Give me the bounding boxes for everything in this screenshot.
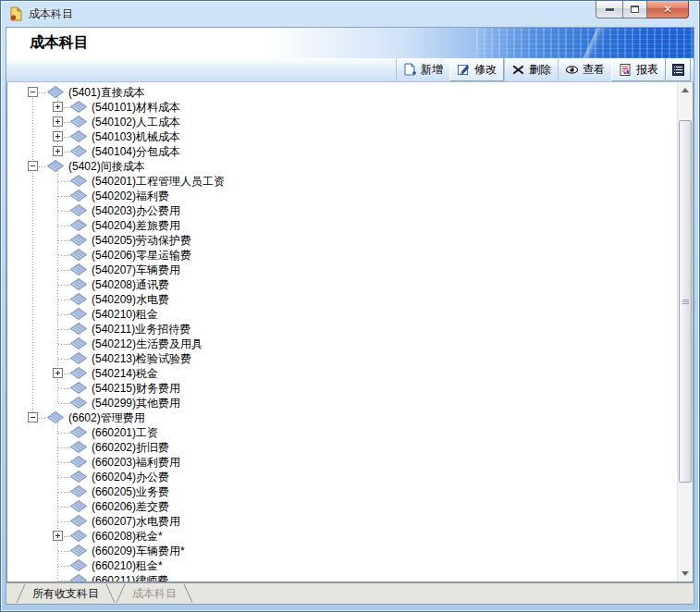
delete-icon (511, 63, 525, 77)
tree-item[interactable]: (6602)管理费用 (7, 410, 677, 425)
account-node-icon (70, 471, 87, 483)
tab-all-accounts[interactable]: 所有收支科目 (16, 583, 116, 604)
tree-expand-toggle[interactable] (53, 116, 63, 127)
tree-item-label: (660201)工资 (92, 425, 158, 440)
tree-expand-toggle[interactable] (53, 131, 63, 141)
tree-item-label: (660209)车辆费用* (92, 544, 185, 558)
tree-expand-toggle[interactable] (53, 368, 63, 378)
tree-expand-toggle[interactable] (28, 87, 38, 97)
tree-connector (58, 359, 70, 360)
tree-expand-toggle[interactable] (53, 146, 63, 156)
window-controls: ✕ (596, 1, 689, 18)
account-node-icon (70, 530, 87, 542)
tree-item[interactable]: (540212)生活费及用具 (7, 337, 677, 351)
tree-item[interactable]: (660207)水电费用 (7, 514, 677, 529)
account-node-icon (47, 86, 64, 98)
tree-item-label: (5401)直接成本 (68, 85, 145, 100)
tree-connector (58, 551, 70, 552)
tree-item-label: (540207)车辆费用 (92, 263, 180, 277)
tree-item[interactable]: (540211)业务招待费 (7, 322, 677, 337)
account-node-icon (70, 278, 87, 290)
app-window: 成本科目 ✕ 成本科目 新增 (0, 0, 700, 612)
report-button[interactable]: 报表 (611, 58, 666, 81)
account-node-icon (70, 190, 87, 202)
tree-item[interactable]: (540201)工程管理人员工资 (7, 174, 677, 189)
account-node-icon (70, 456, 87, 468)
tree-item[interactable]: (540202)福利费 (7, 189, 677, 203)
tree-item[interactable]: (540206)零星运输费 (7, 248, 677, 263)
tree-expand-toggle[interactable] (28, 161, 38, 171)
account-node-icon (70, 116, 87, 128)
edit-button[interactable]: 修改 (449, 58, 504, 81)
tree-item[interactable]: (540101)材料成本 (7, 100, 677, 115)
tree-item-label: (660208)税金* (92, 529, 163, 544)
account-node-icon (70, 545, 87, 557)
tree-item-label: (660207)水电费用 (92, 514, 180, 529)
account-node-icon (70, 145, 87, 157)
tree-item-label: (540102)人工成本 (92, 115, 180, 129)
account-node-icon (70, 130, 87, 142)
tree-item[interactable]: (5402)间接成本 (7, 159, 677, 174)
tree-item[interactable]: (540102)人工成本 (7, 115, 677, 129)
scroll-up-button[interactable] (678, 82, 693, 98)
maximize-icon (631, 6, 639, 13)
list-view-button[interactable] (666, 58, 691, 81)
tree-item[interactable]: (5401)直接成本 (7, 85, 677, 100)
toolbar-button-label: 查看 (583, 62, 605, 78)
tree-item-label: (6602)管理费用 (68, 410, 145, 425)
tree-item[interactable]: (540214)税金 (7, 366, 677, 381)
scroll-down-button[interactable] (678, 566, 693, 581)
tree-item[interactable]: (660210)租金* (7, 558, 677, 573)
account-node-icon (47, 160, 64, 172)
delete-button[interactable]: 删除 (504, 58, 558, 81)
tree-item-label: (540205)劳动保护费 (92, 233, 191, 248)
tree-item[interactable]: (660204)办公费 (7, 470, 677, 484)
tree-item[interactable]: (660202)折旧费 (7, 440, 677, 455)
tree-item[interactable]: (660206)差交费 (7, 499, 677, 514)
tree-item[interactable]: (540215)财务费用 (7, 381, 677, 396)
tree-expand-toggle[interactable] (53, 531, 63, 541)
tree-item-label: (540203)办公费用 (92, 203, 180, 218)
tree-item[interactable]: (660209)车辆费用* (7, 544, 677, 558)
account-node-icon (70, 352, 87, 364)
tree-item-label: (540299)其他费用 (92, 396, 180, 410)
scrollbar-thumb[interactable] (679, 120, 692, 483)
tree-item[interactable]: (540210)租金 (7, 307, 677, 322)
scroll-down-icon (682, 571, 689, 576)
tree-connector (58, 196, 70, 197)
tree-item[interactable]: (540208)通讯费 (7, 277, 677, 292)
tree-item[interactable]: (660208)税金* (7, 529, 677, 544)
close-button[interactable]: ✕ (647, 1, 689, 18)
tree-item[interactable]: (540299)其他费用 (7, 396, 677, 410)
tree-connector (58, 329, 70, 330)
tree-item[interactable]: (540103)机械成本 (7, 129, 677, 144)
tree-item[interactable]: (660211)律师费 (7, 573, 677, 581)
tree-item[interactable]: (540209)水电费 (7, 292, 677, 307)
tree-item[interactable]: (660203)福利费用 (7, 455, 677, 470)
view-button[interactable]: 查看 (558, 58, 611, 81)
tree-connector (58, 314, 70, 315)
tree-item[interactable]: (540205)劳动保护费 (7, 233, 677, 248)
account-node-icon (70, 500, 87, 512)
tree-expand-toggle[interactable] (53, 102, 63, 112)
tree-connector (58, 344, 70, 345)
tree-item[interactable]: (540104)分包成本 (7, 144, 677, 159)
add-button[interactable]: 新增 (396, 58, 449, 81)
tree-item-label: (660205)业务费 (92, 484, 169, 499)
vertical-scrollbar[interactable] (677, 82, 693, 581)
tree-connector (58, 492, 70, 493)
tree-item[interactable]: (540203)办公费用 (7, 203, 677, 218)
tree-item[interactable]: (660201)工资 (7, 425, 677, 440)
maximize-button[interactable] (622, 1, 647, 18)
tree-item[interactable]: (540207)车辆费用 (7, 263, 677, 277)
tree-connector (58, 226, 70, 226)
tree-item[interactable]: (540213)检验试验费 (7, 351, 677, 366)
minimize-button[interactable] (596, 1, 622, 18)
tree-item[interactable]: (660205)业务费 (7, 484, 677, 499)
tree-expand-toggle[interactable] (28, 412, 38, 422)
account-node-icon (70, 515, 87, 527)
tree-item[interactable]: (540204)差旅费用 (7, 218, 677, 233)
window-document-icon (9, 6, 23, 21)
tab-cost-accounts[interactable]: 成本科目 (116, 583, 193, 604)
window-titlebar[interactable]: 成本科目 ✕ (1, 1, 699, 27)
